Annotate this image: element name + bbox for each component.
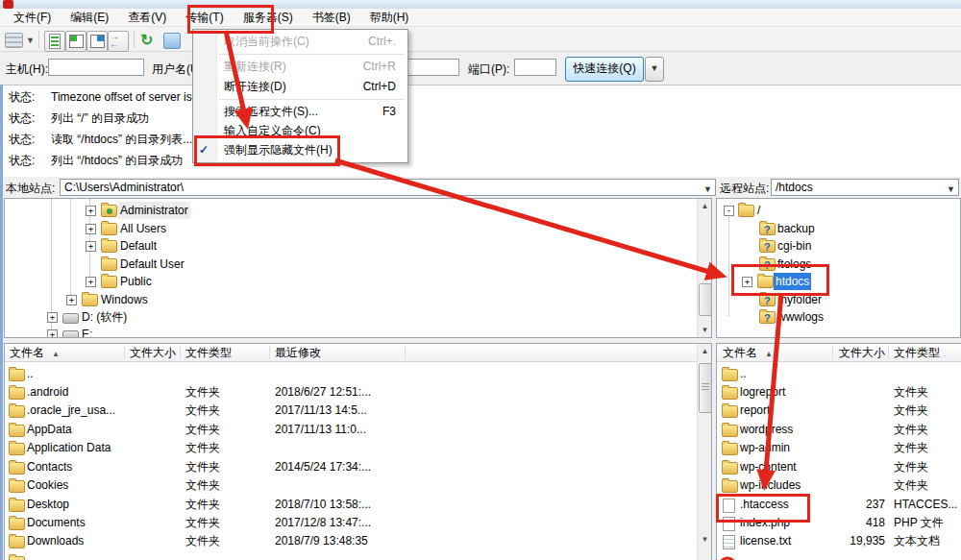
remote-path-combo[interactable]: /htdocs ▼: [771, 179, 959, 196]
table-row[interactable]: Downloads 文件夹 2018/7/9 13:48:35: [5, 532, 711, 550]
file-name: Cookies: [27, 476, 68, 495]
collapse-icon[interactable]: -: [724, 206, 734, 216]
quickconnect-dropdown-icon[interactable]: ▼: [645, 57, 664, 82]
toggle-transfer-queue-icon[interactable]: →←: [108, 31, 129, 52]
table-row[interactable]: AppData 文件夹 2017/11/13 11:0...: [5, 421, 711, 439]
local-path-combo[interactable]: C:\Users\Administrator\ ▼: [60, 179, 716, 196]
status-label: 状态:: [9, 150, 35, 171]
expand-icon[interactable]: +: [86, 206, 96, 216]
file-type: 文件夹: [185, 402, 220, 420]
site-manager-icon[interactable]: [5, 33, 23, 48]
file-date: 2018/6/27 12:51:...: [275, 383, 371, 402]
expand-icon[interactable]: +: [66, 295, 77, 305]
expand-icon[interactable]: +: [86, 277, 96, 287]
chevron-down-icon[interactable]: ▼: [947, 182, 955, 196]
column-header-name[interactable]: 文件名▲: [10, 344, 60, 363]
file-type: 文件夹: [894, 383, 928, 402]
menu-item-disconnect[interactable]: 断开连接(D) Ctrl+D: [193, 77, 407, 96]
expand-icon[interactable]: +: [47, 329, 58, 338]
port-input[interactable]: [514, 59, 556, 76]
column-header-size[interactable]: 文件大小: [130, 344, 176, 361]
file-size: 237: [823, 496, 885, 514]
menu-file[interactable]: 文件(F): [4, 9, 61, 27]
toggle-message-log-icon[interactable]: [44, 31, 65, 52]
remote-file-list: 文件名▲ 文件大小 文件类型 .. logreport 文件夹 report 文…: [716, 343, 961, 560]
menu-item-custom-command[interactable]: 输入自定义命令(C): [193, 121, 407, 140]
table-row[interactable]: .android 文件夹 2018/6/27 12:51:...: [5, 383, 711, 402]
tree-label: myfolder: [776, 291, 824, 308]
column-header-type[interactable]: 文件类型: [185, 344, 232, 361]
folder-icon: [101, 240, 117, 253]
file-type: 文件夹: [894, 402, 928, 420]
host-input[interactable]: [48, 59, 144, 76]
menu-item-reconnect[interactable]: 重新连接(R) Ctrl+R: [193, 57, 407, 76]
file-name: .oracle_jre_usa...: [27, 402, 115, 420]
menu-item-cancel-operation[interactable]: 取消当前操作(C) Ctrl+.: [193, 32, 407, 51]
expand-icon[interactable]: +: [86, 224, 96, 234]
column-header-name[interactable]: 文件名▲: [723, 344, 773, 363]
menu-item-shortcut: Ctrl+R: [363, 57, 396, 76]
table-row-htaccess[interactable]: .htaccess 237 HTACCES...: [717, 496, 961, 514]
remote-tree-panel: - / backup cgi-bin ftologs + htdocs myfo…: [716, 198, 961, 338]
quickconnect-button[interactable]: 快速连接(Q): [565, 57, 644, 82]
toggle-local-tree-icon[interactable]: [65, 31, 86, 52]
folder-icon: [101, 223, 117, 235]
table-row[interactable]: wp-admin 文件夹: [717, 439, 961, 457]
scrollbar-thumb[interactable]: [699, 363, 712, 413]
file-name: Downloads: [27, 532, 84, 550]
menu-server[interactable]: 服务器(S): [234, 9, 303, 27]
menu-help[interactable]: 帮助(H): [360, 9, 419, 27]
table-row[interactable]: wp-includes 文件夹: [717, 476, 961, 495]
scroll-up-icon[interactable]: ▲: [698, 199, 712, 213]
column-header-size[interactable]: 文件大小: [839, 344, 885, 361]
table-row[interactable]: wordpress 文件夹: [717, 421, 961, 439]
local-tree-panel: + Administrator + All Users + Default De…: [4, 198, 712, 338]
file-name: index.php: [740, 514, 790, 532]
folder-icon: [9, 536, 25, 548]
menu-bookmarks[interactable]: 书签(B): [303, 9, 360, 27]
remote-path-value: /htdocs: [776, 181, 813, 194]
table-row[interactable]: license.txt 19,935 文本文档: [717, 532, 961, 550]
table-row[interactable]: ..: [5, 365, 711, 383]
expand-icon[interactable]: +: [86, 241, 96, 252]
file-date: 2017/11/13 11:0...: [275, 421, 366, 439]
local-list-scrollbar[interactable]: ▲ ▼: [697, 344, 711, 560]
table-row[interactable]: report 文件夹: [717, 402, 961, 420]
menu-transfer[interactable]: 传输(T): [176, 9, 233, 27]
column-header-type[interactable]: 文件类型: [894, 344, 940, 361]
tree-label: All Users: [118, 220, 168, 237]
menu-view[interactable]: 查看(V): [118, 9, 176, 27]
table-row[interactable]: Contacts 文件夹 2014/5/24 17:34:...: [5, 458, 711, 476]
menu-edit[interactable]: 编辑(E): [61, 9, 118, 27]
local-tree-scrollbar[interactable]: ▲ ▼: [697, 199, 711, 337]
table-row[interactable]: Application Data 文件夹: [5, 439, 711, 457]
table-row-partial[interactable]: [5, 552, 711, 560]
expand-icon[interactable]: +: [47, 312, 58, 323]
table-row[interactable]: ..: [717, 365, 961, 383]
table-row[interactable]: logreport 文件夹: [717, 383, 961, 402]
file-type: PHP 文件: [894, 514, 944, 532]
folder-icon: [101, 276, 117, 288]
scrollbar-thumb[interactable]: [699, 283, 712, 316]
scroll-down-icon[interactable]: ▼: [698, 323, 712, 337]
table-row[interactable]: wp-content 文件夹: [717, 458, 961, 476]
file-type: 文件夹: [185, 514, 220, 532]
chevron-down-icon[interactable]: ▼: [703, 182, 712, 196]
toggle-remote-tree-icon[interactable]: [86, 31, 108, 52]
expand-icon[interactable]: +: [742, 277, 752, 287]
scroll-down-icon[interactable]: ▼: [698, 532, 712, 547]
refresh-icon[interactable]: ↻: [140, 31, 153, 49]
table-row[interactable]: Cookies 文件夹: [5, 476, 711, 495]
site-manager-caret-icon[interactable]: ▼: [26, 36, 35, 45]
menu-item-force-show-hidden-files[interactable]: ✓ 强制显示隐藏文件(H): [193, 140, 407, 159]
column-header-modified[interactable]: 最近修改: [275, 344, 321, 361]
table-row[interactable]: Documents 文件夹 2017/12/8 13:47:...: [5, 514, 711, 532]
status-message: 列出 “/” 的目录成功: [51, 108, 149, 129]
table-row[interactable]: Desktop 文件夹 2018/7/10 13:58:...: [5, 496, 711, 514]
table-row[interactable]: .oracle_jre_usa... 文件夹 2017/11/13 14:5..…: [5, 402, 711, 420]
scroll-up-icon[interactable]: ▲: [698, 344, 712, 358]
table-row[interactable]: index.php 418 PHP 文件: [717, 514, 961, 532]
menu-item-search-remote-files[interactable]: 搜索远程文件(S)... F3: [193, 102, 407, 121]
tree-label: Windows: [99, 291, 150, 308]
partial-icon[interactable]: [163, 33, 181, 49]
